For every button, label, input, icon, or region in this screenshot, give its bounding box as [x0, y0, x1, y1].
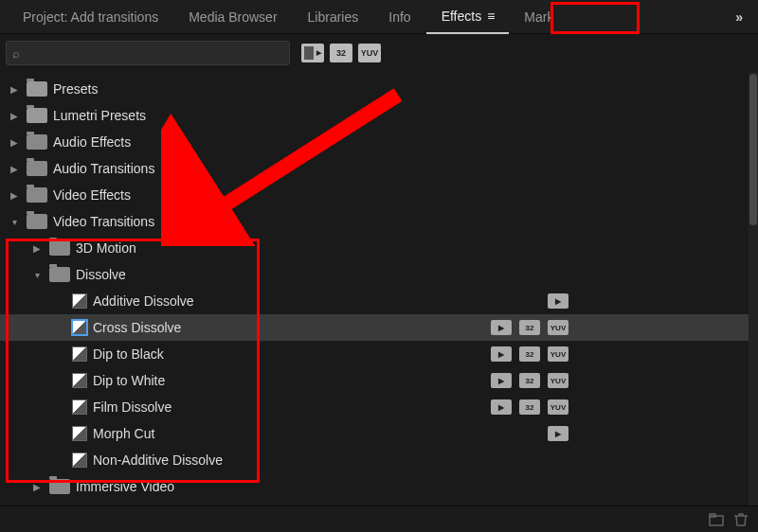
- panel-tab-bar: Project: Add transitions Media Browser L…: [0, 0, 758, 34]
- search-input-wrapper[interactable]: ⌕: [6, 41, 290, 65]
- tab-effects[interactable]: Effects ≡: [426, 0, 510, 34]
- tab-media-browser[interactable]: Media Browser: [173, 0, 292, 34]
- tree-item-cross-dissolve[interactable]: Cross Dissolve ▶ 32 YUV: [0, 314, 758, 341]
- scrollbar-thumb[interactable]: [749, 74, 757, 225]
- folder-label: Presets: [53, 81, 98, 97]
- effect-icon: [72, 346, 87, 362]
- hamburger-icon[interactable]: ≡: [487, 9, 494, 24]
- item-badges: ▶ 32 YUV: [491, 399, 758, 415]
- folder-label: Immersive Video: [76, 479, 174, 494]
- badge-32bit-icon: 32: [519, 346, 540, 362]
- effects-tree: ▶ Presets ▶ Lumetri Presets ▶ Audio Effe…: [0, 72, 758, 504]
- effect-label: Cross Dissolve: [93, 320, 181, 335]
- tree-folder-presets[interactable]: ▶ Presets: [0, 76, 758, 102]
- folder-label: 3D Motion: [76, 240, 136, 256]
- vertical-scrollbar[interactable]: [749, 72, 758, 505]
- badge-animated-icon: ▶: [548, 426, 568, 441]
- effect-label: Non-Additive Dissolve: [93, 452, 223, 468]
- tab-markers[interactable]: Mark: [509, 0, 568, 34]
- effect-label: Film Dissolve: [93, 399, 171, 415]
- tab-effects-label: Effects: [442, 9, 482, 24]
- tab-libraries[interactable]: Libraries: [293, 0, 374, 34]
- folder-icon: [27, 187, 47, 203]
- tree-folder-3d-motion[interactable]: ▶ 3D Motion: [0, 235, 758, 261]
- badge-32bit-icon: 32: [519, 320, 540, 335]
- folder-icon: [49, 479, 70, 494]
- folder-label: Audio Transitions: [53, 161, 154, 176]
- tree-folder-audio-effects[interactable]: ▶ Audio Effects: [0, 129, 758, 155]
- badge-32bit-icon: 32: [519, 399, 540, 415]
- folder-icon: [27, 134, 47, 150]
- tab-overflow-button[interactable]: »: [728, 9, 750, 25]
- effects-panel-body: ▶ Presets ▶ Lumetri Presets ▶ Audio Effe…: [0, 72, 758, 505]
- effect-icon: [72, 320, 87, 335]
- item-badges: ▶: [548, 426, 758, 441]
- folder-label: Video Transitions: [53, 214, 154, 229]
- expand-icon[interactable]: ▶: [8, 135, 21, 149]
- badge-animated-icon[interactable]: [301, 44, 324, 62]
- expand-icon[interactable]: ▶: [8, 82, 21, 96]
- collapse-icon[interactable]: ▾: [30, 268, 44, 281]
- expand-icon[interactable]: ▶: [30, 241, 44, 255]
- badge-32bit-icon[interactable]: 32: [330, 44, 352, 62]
- new-bin-icon[interactable]: [709, 513, 724, 526]
- effect-icon: [72, 293, 87, 309]
- tree-item-film-dissolve[interactable]: Film Dissolve ▶ 32 YUV: [0, 394, 758, 420]
- effects-toolbar: ⌕ 32 YUV: [0, 34, 758, 72]
- badge-yuv-icon: YUV: [548, 346, 568, 362]
- folder-icon: [27, 214, 47, 229]
- search-icon: ⌕: [12, 46, 20, 61]
- effect-icon: [72, 373, 87, 388]
- folder-label: Video Effects: [53, 187, 131, 203]
- badge-animated-icon: ▶: [491, 320, 512, 335]
- item-badges: ▶: [548, 293, 758, 309]
- effect-icon: [72, 399, 87, 415]
- badge-animated-icon: ▶: [548, 293, 568, 309]
- effect-label: Dip to White: [93, 373, 165, 388]
- effect-label: Dip to Black: [93, 346, 164, 362]
- tree-folder-immersive-video[interactable]: ▶ Immersive Video: [0, 473, 758, 500]
- folder-label: Dissolve: [76, 267, 126, 282]
- folder-label: Lumetri Presets: [53, 108, 146, 123]
- tree-item-additive-dissolve[interactable]: Additive Dissolve ▶: [0, 288, 758, 314]
- expand-icon[interactable]: ▶: [8, 188, 21, 202]
- tree-folder-dissolve[interactable]: ▾ Dissolve: [0, 261, 758, 288]
- effect-label: Morph Cut: [93, 426, 154, 441]
- item-badges: ▶ 32 YUV: [491, 320, 758, 335]
- folder-label: Audio Effects: [53, 134, 131, 150]
- badge-animated-icon: ▶: [491, 399, 512, 415]
- tree-item-dip-to-white[interactable]: Dip to White ▶ 32 YUV: [0, 367, 758, 394]
- expand-icon[interactable]: ▶: [8, 109, 21, 122]
- badge-animated-icon: ▶: [491, 373, 512, 388]
- tree-item-non-additive-dissolve[interactable]: Non-Additive Dissolve: [0, 447, 758, 473]
- badge-yuv-icon[interactable]: YUV: [358, 44, 381, 62]
- tree-folder-lumetri[interactable]: ▶ Lumetri Presets: [0, 102, 758, 129]
- expand-icon[interactable]: ▶: [8, 162, 21, 175]
- tree-item-morph-cut[interactable]: Morph Cut ▶: [0, 420, 758, 447]
- item-badges: ▶ 32 YUV: [491, 373, 758, 388]
- search-input[interactable]: [24, 46, 283, 61]
- expand-icon[interactable]: ▶: [30, 480, 44, 493]
- folder-icon: [49, 267, 70, 282]
- tree-folder-audio-transitions[interactable]: ▶ Audio Transitions: [0, 155, 758, 182]
- effect-icon: [72, 452, 87, 468]
- folder-icon: [27, 81, 47, 97]
- panel-status-bar: [0, 505, 758, 532]
- tree-folder-video-effects[interactable]: ▶ Video Effects: [0, 182, 758, 208]
- badge-32bit-icon: 32: [519, 373, 540, 388]
- collapse-icon[interactable]: ▾: [8, 215, 21, 228]
- tab-project[interactable]: Project: Add transitions: [8, 0, 173, 34]
- item-badges: ▶ 32 YUV: [491, 346, 758, 362]
- tab-info[interactable]: Info: [373, 0, 425, 34]
- folder-icon: [27, 161, 47, 176]
- badge-yuv-icon: YUV: [548, 373, 568, 388]
- badge-yuv-icon: YUV: [548, 399, 568, 415]
- trash-icon[interactable]: [733, 513, 749, 526]
- folder-icon: [49, 240, 70, 256]
- tree-folder-video-transitions[interactable]: ▾ Video Transitions: [0, 208, 758, 235]
- effect-label: Additive Dissolve: [93, 293, 194, 309]
- effect-icon: [72, 426, 87, 441]
- folder-icon: [27, 108, 47, 123]
- badge-animated-icon: ▶: [491, 346, 512, 362]
- tree-item-dip-to-black[interactable]: Dip to Black ▶ 32 YUV: [0, 341, 758, 367]
